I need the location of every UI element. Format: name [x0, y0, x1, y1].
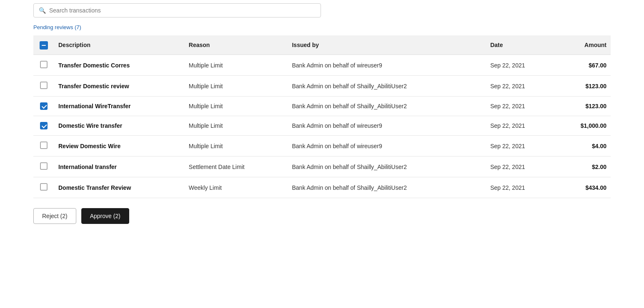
- row-amount: $67.00: [555, 55, 611, 76]
- transactions-table: Description Reason Issued by Date Amount…: [33, 35, 611, 198]
- row-reason: Settlement Date Limit: [185, 156, 288, 177]
- row-date: Sep 22, 2021: [486, 97, 555, 116]
- issued-by-header: Issued by: [288, 35, 486, 55]
- row-checkbox-cell[interactable]: [33, 136, 54, 156]
- table-row: International WireTransferMultiple Limit…: [33, 97, 611, 116]
- row-amount: $4.00: [555, 136, 611, 156]
- row-reason: Multiple Limit: [185, 136, 288, 156]
- approve-button[interactable]: Approve (2): [81, 208, 129, 224]
- description-header: Description: [54, 35, 185, 55]
- row-description: International transfer: [54, 156, 185, 177]
- row-checkbox[interactable]: [40, 142, 48, 149]
- table-row: Domestic Transfer ReviewWeekly LimitBank…: [33, 177, 611, 198]
- row-date: Sep 22, 2021: [486, 177, 555, 198]
- row-description: Domestic Transfer Review: [54, 177, 185, 198]
- table-row: Domestic Wire transferMultiple LimitBank…: [33, 116, 611, 136]
- row-checkbox[interactable]: [40, 61, 48, 68]
- header-checkbox-indeterminate[interactable]: [40, 41, 48, 50]
- row-issued-by: Bank Admin on behalf of Shailly_AbilitiU…: [288, 97, 486, 116]
- row-reason: Multiple Limit: [185, 116, 288, 136]
- row-date: Sep 22, 2021: [486, 116, 555, 136]
- row-description: International WireTransfer: [54, 97, 185, 116]
- row-checkbox-cell[interactable]: [33, 177, 54, 198]
- row-reason: Multiple Limit: [185, 76, 288, 97]
- row-issued-by: Bank Admin on behalf of wireuser9: [288, 136, 486, 156]
- row-checkbox-cell[interactable]: [33, 116, 54, 136]
- row-checkbox-cell[interactable]: [33, 55, 54, 76]
- select-all-header[interactable]: [33, 35, 54, 55]
- row-issued-by: Bank Admin on behalf of Shailly_AbilitiU…: [288, 177, 486, 198]
- date-header: Date: [486, 35, 555, 55]
- table-row: Transfer Domestic reviewMultiple LimitBa…: [33, 76, 611, 97]
- search-container: 🔍: [33, 3, 611, 17]
- row-amount: $123.00: [555, 76, 611, 97]
- pending-reviews-label: Pending reviews (7): [33, 24, 611, 30]
- row-checkbox[interactable]: [40, 102, 48, 110]
- row-checkbox-cell[interactable]: [33, 156, 54, 177]
- row-issued-by: Bank Admin on behalf of wireuser9: [288, 55, 486, 76]
- table-row: Review Domestic WireMultiple LimitBank A…: [33, 136, 611, 156]
- search-input-wrapper: 🔍: [33, 3, 321, 17]
- row-date: Sep 22, 2021: [486, 156, 555, 177]
- search-input[interactable]: [49, 7, 316, 14]
- row-checkbox-cell[interactable]: [33, 97, 54, 116]
- row-amount: $2.00: [555, 156, 611, 177]
- search-icon: 🔍: [39, 7, 46, 14]
- row-reason: Multiple Limit: [185, 97, 288, 116]
- row-date: Sep 22, 2021: [486, 55, 555, 76]
- row-amount: $1,000.00: [555, 116, 611, 136]
- row-description: Transfer Domestic Corres: [54, 55, 185, 76]
- amount-header: Amount: [555, 35, 611, 55]
- footer-actions: Reject (2) Approve (2): [33, 208, 611, 224]
- row-date: Sep 22, 2021: [486, 136, 555, 156]
- row-amount: $123.00: [555, 97, 611, 116]
- table-row: International transferSettlement Date Li…: [33, 156, 611, 177]
- row-issued-by: Bank Admin on behalf of Shailly_AbilitiU…: [288, 156, 486, 177]
- row-checkbox[interactable]: [40, 82, 48, 89]
- row-description: Transfer Domestic review: [54, 76, 185, 97]
- reason-header: Reason: [185, 35, 288, 55]
- row-description: Review Domestic Wire: [54, 136, 185, 156]
- row-issued-by: Bank Admin on behalf of Shailly_AbilitiU…: [288, 76, 486, 97]
- row-reason: Weekly Limit: [185, 177, 288, 198]
- table-header-row: Description Reason Issued by Date Amount: [33, 35, 611, 55]
- row-amount: $434.00: [555, 177, 611, 198]
- row-reason: Multiple Limit: [185, 55, 288, 76]
- table-row: Transfer Domestic CorresMultiple LimitBa…: [33, 55, 611, 76]
- row-issued-by: Bank Admin on behalf of wireuser9: [288, 116, 486, 136]
- reject-button[interactable]: Reject (2): [33, 208, 76, 224]
- row-checkbox[interactable]: [40, 183, 48, 191]
- row-checkbox[interactable]: [40, 122, 48, 129]
- row-description: Domestic Wire transfer: [54, 116, 185, 136]
- row-checkbox[interactable]: [40, 162, 48, 170]
- row-date: Sep 22, 2021: [486, 76, 555, 97]
- row-checkbox-cell[interactable]: [33, 76, 54, 97]
